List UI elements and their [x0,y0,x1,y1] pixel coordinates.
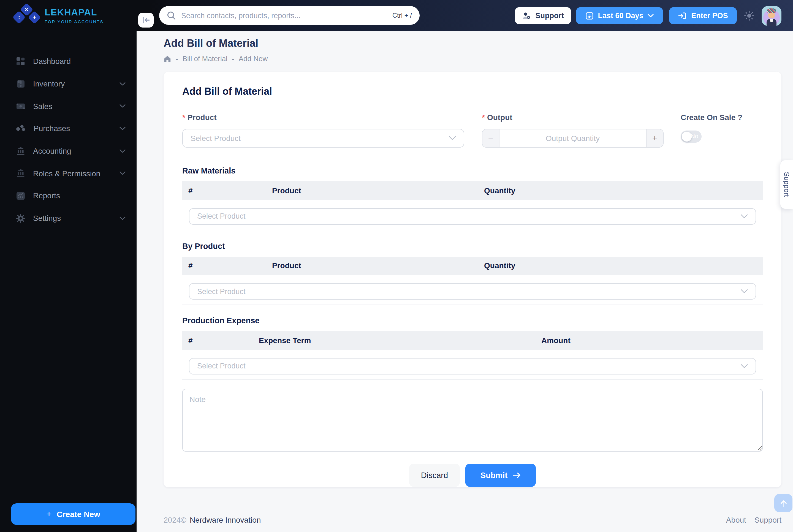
chevron-down-icon [449,136,456,140]
user-check-icon [522,11,532,20]
breadcrumb-bill-of-material[interactable]: Bill of Material [182,55,228,63]
sidebar: Dashboard Inventory Sales Purchases Acco… [0,31,137,532]
table-row: Select Product [182,200,763,229]
submit-button[interactable]: Submit [465,463,536,487]
global-search: Ctrl + / [159,6,420,25]
breadcrumb: - Bill of Material - Add New [163,55,793,63]
login-icon [678,12,687,20]
scroll-to-top-button[interactable] [774,494,792,512]
table-row: Select Product [182,275,763,305]
accounting-bank-icon [16,146,25,156]
by-product-select[interactable]: Select Product [189,283,756,300]
topbar: × : + LEKHAPAL FOR YOUR ACCOUNTS Ctrl + … [0,0,793,31]
sidebar-item-purchases[interactable]: Purchases [0,117,137,139]
app-window: × : + LEKHAPAL FOR YOUR ACCOUNTS Ctrl + … [0,0,793,532]
create-on-sale-label: Create On Sale ? [681,113,763,122]
create-new-button[interactable]: + Create New [11,504,135,525]
enter-pos-button[interactable]: Enter POS [669,7,737,24]
create-on-sale-toggle[interactable]: No [681,131,701,142]
quantity-increment-button[interactable]: + [646,129,663,147]
search-input[interactable] [181,11,387,20]
chevron-down-icon [741,364,748,368]
main-content: Add Bill of Material - Bill of Material … [137,31,793,532]
search-icon [167,11,176,20]
sidebar-item-reports[interactable]: Reports [0,185,137,207]
sidebar-item-dashboard[interactable]: Dashboard [0,50,137,72]
inventory-icon [16,79,25,89]
chevron-down-icon [119,127,125,131]
brand-name: LEKHAPAL [45,7,103,18]
search-shortcut: Ctrl + / [392,12,412,19]
page-title: Add Bill of Material [163,37,793,50]
product-select[interactable]: Select Product [182,129,464,148]
lekhapal-logo-icon: × : + [13,3,40,27]
footer-link-support[interactable]: Support [754,515,781,524]
brand-tagline: FOR YOUR ACCOUNTS [45,19,103,24]
settings-gear-icon [16,213,25,223]
sidebar-item-roles-permission[interactable]: Roles & Permission [0,162,137,185]
purchases-icon [16,125,26,133]
table-header: # Product Quantity [182,256,763,275]
brand-logo: × : + LEKHAPAL FOR YOUR ACCOUNTS [13,3,103,28]
collapse-arrow-icon [142,17,150,24]
chevron-down-icon [119,104,125,108]
discard-button[interactable]: Discard [409,463,460,487]
chevron-down-icon [119,82,125,86]
table-header: # Product Quantity [182,181,763,200]
sales-icon [16,102,25,110]
dashboard-icon [16,57,25,66]
chevron-down-icon [741,289,748,293]
table-header: # Expense Term Amount [182,331,763,349]
footer-link-about[interactable]: About [726,515,746,524]
chevron-down-icon [741,214,748,218]
sidebar-item-sales[interactable]: Sales [0,95,137,117]
support-button[interactable]: Support [515,7,571,24]
output-quantity-stepper: − + [482,129,663,148]
footer-year: 2024© [163,515,187,524]
user-avatar[interactable] [761,6,781,25]
date-range-button[interactable]: Last 60 Days [576,7,663,24]
toggle-knob [682,132,692,141]
raw-material-product-select[interactable]: Select Product [189,208,756,224]
arrow-up-icon [779,499,788,508]
chevron-down-icon [648,14,654,18]
toggle-state-label: No [691,133,698,139]
home-icon[interactable] [163,55,171,62]
topbar-actions: Support Last 60 Days Enter POS [515,6,782,25]
note-textarea[interactable] [182,388,763,451]
section-title-raw-materials: Raw Materials [182,166,763,175]
sidebar-collapse-button[interactable] [138,13,154,27]
expense-term-select[interactable]: Select Product [189,358,756,374]
chevron-down-icon [119,172,125,175]
output-label: *Output [482,113,663,122]
sidebar-item-settings[interactable]: Settings [0,207,137,229]
output-quantity-input[interactable] [500,129,646,147]
footer-company: Nerdware Innovation [190,515,261,524]
plus-icon: + [46,509,52,519]
production-expense-table: # Expense Term Amount Select Product [182,331,763,380]
table-row: Select Product [182,349,763,379]
arrow-right-icon [512,472,521,478]
form-heading: Add Bill of Material [182,86,763,97]
sun-icon [744,11,754,21]
section-title-by-product: By Product [182,242,763,250]
breadcrumb-add-new[interactable]: Add New [239,55,268,63]
product-label: *Product [182,113,464,122]
sidebar-item-inventory[interactable]: Inventory [0,72,137,95]
support-side-tab[interactable]: Support [780,160,793,209]
quantity-decrement-button[interactable]: − [482,129,500,147]
roles-bank-icon [16,169,25,178]
theme-toggle-button[interactable] [744,11,754,21]
chevron-down-icon [119,149,125,153]
by-product-table: # Product Quantity Select Product [182,256,763,305]
section-title-production-expense: Production Expense [182,316,763,325]
sidebar-item-accounting[interactable]: Accounting [0,140,137,162]
reports-icon [16,191,25,201]
calendar-icon [585,12,593,20]
raw-materials-table: # Product Quantity Select Product [182,181,763,230]
chevron-down-icon [119,216,125,220]
add-bom-form-card: Add Bill of Material *Product Select Pro… [163,72,781,488]
footer: 2024© Nerdware Innovation About Support [163,509,781,531]
